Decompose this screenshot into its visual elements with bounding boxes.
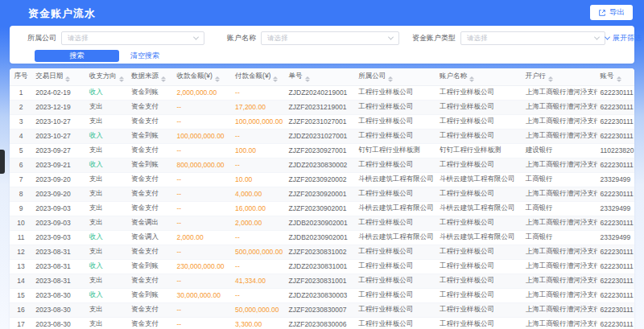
cell-date: 2023-10-27 [32,114,86,129]
sort-icon[interactable] [469,76,474,83]
cell-account-no: 622230111 [597,187,635,201]
cell-date: 2023-08-31 [32,259,86,273]
column-header-account-name[interactable]: 账户名称 [436,68,522,85]
search-button[interactable]: 搜索 [35,50,119,62]
sort-icon[interactable] [65,76,70,83]
cell-account-name: 工程行业样板公司 [436,187,522,201]
filter-panel: 所属公司 请选择 账户名称 请选择 资金账户类型 请选择 展开筛选 搜索 [10,26,634,64]
chevron-down-icon [388,35,394,40]
top-bar: 资金账户流水 导出 [0,0,644,24]
cell-payment: -- [232,129,286,143]
cell-bank: 上海工商银行漕河泾支行 [522,158,597,172]
column-header-company[interactable]: 所属公司 [355,68,436,85]
cell-company: 工程行业样板公司 [355,273,436,288]
expand-filters-link[interactable]: 展开筛选 [605,33,642,43]
cell-income: 230,000,000.00 [174,259,233,273]
company-select-placeholder: 请选择 [68,34,89,43]
expand-filters-label: 展开筛选 [613,33,642,43]
cell-income: 2,000.00 [174,230,233,245]
sort-icon[interactable] [617,76,621,83]
column-header-income[interactable]: 收款金额(¥) [174,68,233,85]
account-type-select[interactable]: 请选择 [460,31,605,45]
cell-account-no: 622230111 [597,317,635,329]
cell-account-name: 工程行业样板公司 [436,216,522,230]
drawer-handle[interactable] [0,150,5,174]
table-row: 32023-10-27支出资金支付--100,000,000.00ZJZF202… [10,114,634,129]
column-header-payment[interactable]: 付款金额(¥) [232,68,286,85]
column-label: 账户名称 [440,72,467,80]
cell-payment: 17,200.00 [232,100,286,114]
cell-account-no: 622230111 [597,114,635,129]
cell-order-no: ZJZF20230830007 [286,302,356,317]
cell-account-no: 622230111 [597,273,635,288]
cell-account-name: 工程行业样板公司 [436,114,522,129]
column-header-source[interactable]: 数据来源 [128,68,173,85]
column-header-bank[interactable]: 开户行 [522,68,597,85]
sort-icon[interactable] [548,76,553,83]
cell-direction: 支出 [86,245,128,259]
cell-account-name: 工程行业样板公司 [436,259,522,273]
cell-source: 资金到账 [128,259,173,273]
filter-group-company: 所属公司 请选择 [27,31,204,45]
account-name-select[interactable]: 请选择 [261,31,399,45]
sort-icon[interactable] [305,76,310,83]
cell-account-name: 工程行业样板公司 [436,245,522,259]
cell-account-no: 622230111 [597,259,635,273]
cell-account-no: 622230111 [597,216,635,230]
sort-icon[interactable] [161,76,166,83]
table-row: 172023-08-30支出资金支付--3,300.00ZJZF20230830… [10,317,634,329]
cell-account-no: 23329499 [597,230,635,245]
cell-date: 2023-10-27 [32,129,86,143]
chevron-down-icon [193,35,199,40]
cell-date: 2023-09-03 [32,201,86,216]
account-name-select-placeholder: 请选择 [267,34,288,43]
cell-source: 资金支付 [128,172,173,187]
cell-order-no: ZJZF20230831001 [286,273,356,288]
cell-bank: 建设银行 [522,143,597,158]
cell-bank: 上海工商银行漕河泾支行 [522,129,597,143]
cell-payment: 100,000,000.00 [232,114,286,129]
cell-income: -- [174,245,233,259]
clear-search-button[interactable]: 清空搜索 [130,51,159,61]
cell-source: 资金支付 [128,143,173,158]
cell-income: -- [174,201,233,216]
column-header-order-no[interactable]: 单号 [286,68,356,85]
cell-date: 2023-08-30 [32,317,86,329]
account-type-select-placeholder: 请选择 [467,34,488,43]
cell-company: 工程行业样板公司 [355,187,436,201]
cell-date: 2023-09-03 [32,230,86,245]
cell-direction: 支出 [86,201,128,216]
export-button-label: 导出 [609,7,625,18]
cell-order-no: ZJDZ20230831001 [286,259,356,273]
cell-payment: 10.00 [232,172,286,187]
column-header-direction[interactable]: 收支方向 [86,68,128,85]
sort-icon[interactable] [215,76,220,83]
company-select[interactable]: 请选择 [61,31,204,45]
cell-direction: 支出 [86,273,128,288]
chevron-down-icon [605,35,610,40]
cell-company: 钉钉工程行业样板测 [355,143,436,158]
cell-direction: 支出 [86,143,128,158]
export-button[interactable]: 导出 [590,5,633,20]
column-header-date[interactable]: 交易日期 [32,68,86,85]
cell-account-name: 斗栱云建筑工程有限公司 [436,230,522,245]
cell-payment: 100.00 [232,143,286,158]
cell-income: -- [174,100,233,114]
cell-date: 2023-09-20 [32,187,86,201]
column-header-account-no[interactable]: 账号 [597,68,635,85]
cell-order-no: ZJZF20230831002 [286,245,356,259]
cell-direction: 支出 [86,100,128,114]
cell-payment: 4,000.00 [232,187,286,201]
cell-index: 4 [10,129,32,143]
cell-order-no: ZJZF20230920002 [286,172,356,187]
cell-direction: 支出 [86,317,128,329]
sort-icon[interactable] [119,76,124,83]
cell-order-no: ZJZF20230830006 [286,317,356,329]
cell-source: 资金支付 [128,273,173,288]
cell-index: 1 [10,85,32,100]
sort-icon[interactable] [388,76,393,83]
cell-date: 2023-08-30 [32,302,86,317]
cell-source: 资金支付 [128,187,173,201]
table-row: 82023-09-20支出资金支付--4,000.00ZJZF202309200… [10,187,634,201]
sort-icon[interactable] [273,76,278,83]
